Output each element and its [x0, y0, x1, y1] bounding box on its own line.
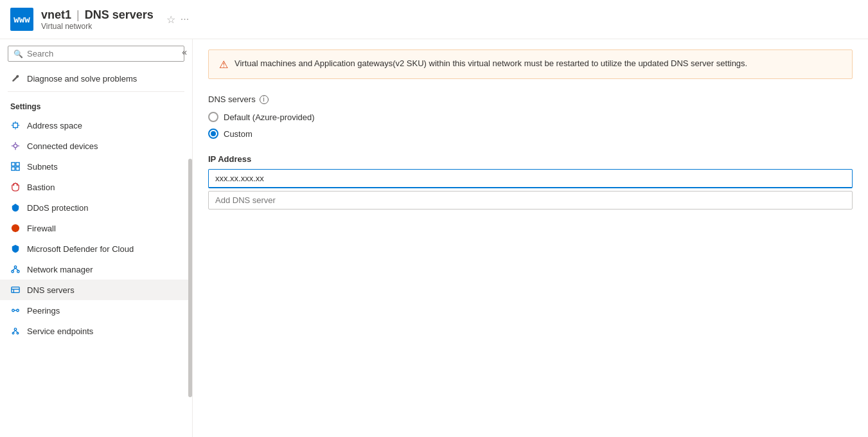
- ip-address-label: IP Address: [208, 154, 853, 164]
- svg-rect-9: [16, 167, 19, 170]
- sidebar-item-diagnose-label: Diagnose and solve problems: [27, 74, 137, 84]
- peerings-icon: [10, 305, 21, 316]
- svg-point-13: [14, 266, 17, 269]
- service-endpoints-icon: [10, 326, 21, 336]
- svg-line-16: [13, 268, 15, 271]
- favorite-icon[interactable]: ☆: [166, 13, 175, 26]
- svg-point-21: [12, 309, 15, 312]
- radio-item-custom[interactable]: Custom: [208, 129, 853, 139]
- dns-servers-label: DNS servers: [208, 94, 256, 104]
- page-header: www vnet1 | DNS servers Virtual network …: [0, 0, 868, 39]
- sidebar-item-connected-devices-label: Connected devices: [27, 141, 98, 151]
- sidebar-item-bastion[interactable]: Bastion: [0, 177, 192, 197]
- svg-point-1: [13, 144, 17, 147]
- sidebar-item-dns-servers[interactable]: DNS servers: [0, 280, 192, 300]
- settings-section-label: Settings: [0, 94, 192, 115]
- collapse-sidebar-button[interactable]: «: [182, 47, 187, 57]
- resource-name: vnet1: [41, 8, 71, 22]
- sidebar-scrollbar-track: [188, 39, 192, 437]
- ip-address-input[interactable]: [208, 169, 853, 188]
- svg-point-14: [12, 271, 14, 273]
- sidebar: 🔍 « Diagnose and solve problems Settings…: [0, 39, 193, 437]
- resource-icon: www: [10, 8, 33, 31]
- search-box[interactable]: 🔍: [8, 46, 184, 62]
- sidebar-item-firewall-label: Firewall: [27, 224, 56, 233]
- dns-radio-group: Default (Azure-provided) Custom: [208, 112, 853, 139]
- warning-banner: ⚠ Virtual machines and Application gatew…: [208, 49, 853, 79]
- subnets-icon: [10, 161, 21, 172]
- sidebar-scrollbar-thumb[interactable]: [188, 159, 192, 397]
- defender-icon: [10, 244, 21, 254]
- search-icon: 🔍: [13, 49, 23, 58]
- svg-point-12: [12, 224, 19, 232]
- svg-point-15: [17, 271, 20, 273]
- address-space-icon: [10, 120, 21, 130]
- svg-line-27: [13, 330, 16, 333]
- page-title: DNS servers: [85, 8, 154, 22]
- sidebar-item-peerings-label: Peerings: [27, 306, 60, 316]
- more-options-icon[interactable]: ···: [181, 13, 189, 25]
- firewall-icon: [10, 223, 21, 233]
- sidebar-item-network-manager[interactable]: Network manager: [0, 259, 192, 280]
- main-content-area: ⚠ Virtual machines and Application gatew…: [193, 39, 868, 437]
- main-layout: 🔍 « Diagnose and solve problems Settings…: [0, 39, 868, 437]
- svg-rect-0: [13, 123, 18, 128]
- sidebar-item-network-manager-label: Network manager: [27, 265, 93, 274]
- connected-devices-icon: [10, 141, 21, 151]
- sidebar-item-peerings[interactable]: Peerings: [0, 300, 192, 321]
- sidebar-item-defender-label: Microsoft Defender for Cloud: [27, 244, 134, 254]
- svg-point-22: [17, 309, 19, 312]
- sidebar-item-diagnose[interactable]: Diagnose and solve problems: [0, 68, 192, 89]
- svg-point-24: [14, 328, 17, 331]
- dns-servers-info-icon[interactable]: i: [260, 95, 269, 104]
- sidebar-divider: [8, 91, 184, 92]
- svg-line-28: [15, 330, 18, 333]
- svg-rect-18: [12, 287, 19, 293]
- sidebar-item-bastion-label: Bastion: [27, 183, 55, 192]
- title-pipe: |: [76, 8, 80, 22]
- sidebar-item-defender[interactable]: Microsoft Defender for Cloud: [0, 238, 192, 259]
- dns-servers-section: DNS servers i Default (Azure-provided) C…: [208, 94, 853, 210]
- header-actions: ☆ ···: [166, 13, 189, 26]
- sidebar-search-container: 🔍: [0, 39, 192, 68]
- resource-icon-text: www: [13, 14, 30, 24]
- warning-icon: ⚠: [219, 58, 228, 71]
- sidebar-item-subnets[interactable]: Subnets: [0, 156, 192, 177]
- warning-message: Virtual machines and Application gateway…: [235, 58, 747, 69]
- sidebar-item-service-endpoints-label: Service endpoints: [27, 326, 93, 336]
- ddos-icon: [10, 202, 21, 213]
- svg-rect-7: [16, 163, 19, 166]
- network-manager-icon: [10, 264, 21, 274]
- sidebar-item-connected-devices[interactable]: Connected devices: [0, 136, 192, 156]
- bastion-icon: [10, 182, 21, 192]
- sidebar-item-ddos[interactable]: DDoS protection: [0, 197, 192, 218]
- radio-label-custom: Custom: [224, 129, 252, 139]
- wrench-icon: [10, 73, 21, 84]
- sidebar-item-firewall[interactable]: Firewall: [0, 218, 192, 238]
- radio-circle-default: [208, 112, 218, 122]
- svg-rect-8: [12, 167, 15, 170]
- dns-icon: [10, 285, 21, 295]
- search-input[interactable]: [27, 49, 179, 58]
- radio-circle-custom: [208, 129, 218, 139]
- ip-address-section: IP Address: [208, 154, 853, 210]
- sidebar-item-ddos-label: DDoS protection: [27, 203, 88, 213]
- add-dns-input[interactable]: [208, 191, 853, 210]
- sidebar-item-address-space-label: Address space: [27, 121, 82, 130]
- svg-rect-6: [12, 163, 15, 166]
- sidebar-item-subnets-label: Subnets: [27, 162, 58, 172]
- header-text-group: vnet1 | DNS servers Virtual network: [41, 8, 154, 31]
- sidebar-item-address-space[interactable]: Address space: [0, 115, 192, 136]
- resource-subtitle: Virtual network: [41, 22, 154, 31]
- radio-label-default: Default (Azure-provided): [224, 112, 315, 122]
- sidebar-item-service-endpoints[interactable]: Service endpoints: [0, 321, 192, 341]
- radio-item-default[interactable]: Default (Azure-provided): [208, 112, 853, 122]
- dns-servers-label-row: DNS servers i: [208, 94, 853, 104]
- sidebar-item-dns-servers-label: DNS servers: [27, 285, 75, 295]
- svg-line-17: [15, 268, 18, 271]
